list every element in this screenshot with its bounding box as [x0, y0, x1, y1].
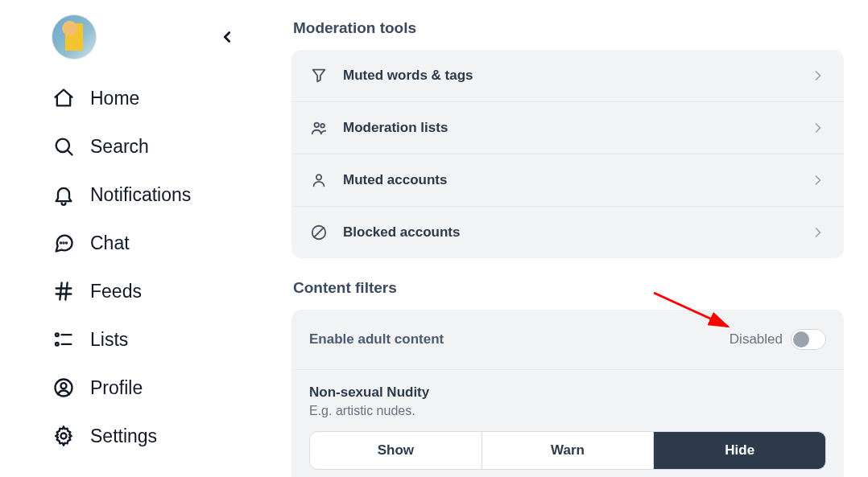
chevron-left-icon — [218, 28, 236, 46]
row-label: Moderation lists — [343, 120, 448, 136]
nav-label: Home — [90, 88, 139, 109]
svg-point-15 — [61, 434, 67, 439]
row-label: Muted words & tags — [343, 68, 473, 84]
svg-line-1 — [68, 150, 72, 154]
list-icon — [52, 327, 76, 352]
svg-point-9 — [56, 333, 59, 336]
nav-notifications[interactable]: Notifications — [52, 172, 274, 217]
nav-profile[interactable]: Profile — [52, 365, 274, 410]
row-muted-accounts[interactable]: Muted accounts — [291, 154, 844, 207]
search-icon — [52, 134, 76, 158]
nav-label: Settings — [90, 426, 157, 447]
back-button[interactable] — [214, 24, 240, 50]
avatar[interactable] — [52, 14, 97, 60]
profile-icon — [52, 376, 76, 400]
svg-point-18 — [316, 175, 321, 179]
filter-nonsexual-nudity: Non-sexual Nudity E.g. artistic nudes. S… — [291, 370, 844, 477]
nav-search[interactable]: Search — [52, 124, 274, 169]
filter-option-show[interactable]: Show — [310, 432, 482, 469]
nav-label: Feeds — [90, 281, 142, 302]
row-label: Muted accounts — [343, 172, 447, 188]
nav-label: Lists — [90, 329, 128, 351]
svg-point-2 — [60, 242, 61, 243]
svg-line-8 — [65, 283, 67, 300]
users-icon — [309, 118, 329, 138]
filter-option-hide[interactable]: Hide — [654, 432, 825, 469]
profile-row — [0, 10, 274, 71]
content-filters-card: Enable adult content Disabled Non-sexual… — [291, 310, 844, 477]
main: Moderation tools Muted words & tags — [274, 0, 868, 477]
nav-label: Chat — [90, 232, 130, 254]
chevron-right-icon — [810, 224, 826, 241]
svg-point-16 — [315, 123, 320, 128]
person-icon — [309, 171, 329, 190]
nav: Home Search Notifications Chat — [0, 71, 274, 458]
svg-line-7 — [60, 283, 61, 300]
svg-line-20 — [314, 228, 324, 237]
svg-point-4 — [66, 242, 67, 243]
svg-point-17 — [320, 124, 324, 128]
nav-home[interactable]: Home — [52, 76, 274, 121]
chat-icon — [52, 231, 76, 255]
svg-point-3 — [63, 242, 64, 243]
filter-title: Non-sexual Nudity — [309, 384, 826, 401]
sidebar: Home Search Notifications Chat — [0, 0, 274, 477]
svg-point-10 — [56, 343, 59, 346]
enable-adult-label: Enable adult content — [309, 331, 444, 347]
blocked-icon — [309, 223, 329, 242]
moderation-tools-title: Moderation tools — [293, 19, 844, 37]
filter-icon — [309, 66, 329, 85]
nav-lists[interactable]: Lists — [52, 317, 274, 362]
row-muted-words[interactable]: Muted words & tags — [291, 50, 844, 102]
home-icon — [52, 86, 76, 110]
adult-content-toggle[interactable] — [791, 329, 826, 350]
nav-settings[interactable]: Settings — [52, 413, 274, 458]
row-moderation-lists[interactable]: Moderation lists — [291, 102, 844, 154]
enable-adult-row: Enable adult content Disabled — [291, 310, 844, 370]
filter-option-warn[interactable]: Warn — [482, 432, 655, 469]
chevron-right-icon — [810, 120, 826, 136]
nav-label: Notifications — [90, 184, 191, 206]
row-blocked-accounts[interactable]: Blocked accounts — [291, 207, 844, 258]
content-filters-title: Content filters — [293, 279, 844, 297]
svg-point-14 — [61, 383, 67, 389]
nav-label: Search — [90, 136, 149, 158]
gear-icon — [52, 424, 76, 448]
bell-icon — [52, 183, 76, 207]
filter-segmented: Show Warn Hide — [309, 431, 826, 470]
chevron-right-icon — [810, 172, 826, 188]
moderation-card: Muted words & tags Moderation lists — [291, 50, 844, 258]
nav-label: Profile — [90, 377, 143, 399]
enable-adult-state: Disabled — [730, 331, 783, 347]
nav-feeds[interactable]: Feeds — [52, 269, 274, 314]
hash-icon — [52, 279, 76, 303]
filter-subtitle: E.g. artistic nudes. — [309, 404, 826, 418]
row-label: Blocked accounts — [343, 224, 461, 241]
nav-chat[interactable]: Chat — [52, 220, 274, 265]
chevron-right-icon — [810, 68, 826, 84]
